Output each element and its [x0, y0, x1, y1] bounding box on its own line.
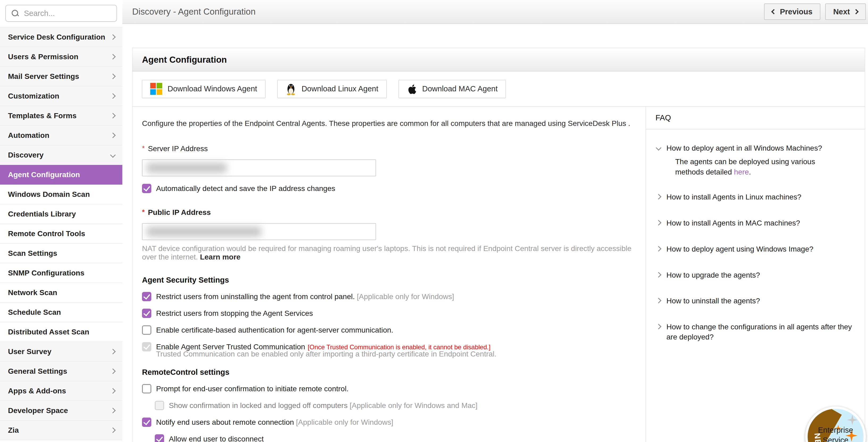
sidebar-item-zia[interactable]: Zia — [0, 420, 122, 440]
sidebar-item-users-permission[interactable]: Users & Permission — [0, 47, 122, 67]
server-ip-input[interactable] — [142, 159, 376, 176]
redacted-value — [147, 163, 226, 173]
chevron-right-icon — [656, 272, 661, 277]
download-windows-agent-button[interactable]: Download Windows Agent — [142, 80, 266, 98]
chevron-right-icon — [110, 349, 116, 354]
download-linux-agent-button[interactable]: Download Linux Agent — [277, 80, 387, 98]
chevron-right-icon — [854, 9, 859, 14]
checkbox-checked-icon — [155, 434, 164, 442]
search-placeholder: Search... — [24, 9, 55, 18]
sidebar-item-snmp-configurations[interactable]: SNMP Configurations — [0, 263, 122, 283]
sidebar-item-customization[interactable]: Customization — [0, 86, 122, 106]
sidebar-item-apps-add-ons[interactable]: Apps & Add-ons — [0, 381, 122, 401]
download-mac-agent-button[interactable]: Download MAC Agent — [399, 80, 506, 98]
linux-tux-icon — [286, 82, 296, 95]
server-ip-label: *Server IP Address — [142, 144, 635, 153]
sidebar-item-network-scan[interactable]: Network Scan — [0, 283, 122, 303]
faq-item-uninstall-agents[interactable]: How to uninstall the agents? — [657, 296, 855, 306]
show-confirmation-checkbox: Show confirmation in locked and logged o… — [155, 401, 635, 410]
chevron-right-icon — [110, 388, 116, 394]
sidebar-item-windows-domain-scan[interactable]: Windows Domain Scan — [0, 184, 122, 204]
sidebar-item-mail-server-settings[interactable]: Mail Server Settings — [0, 67, 122, 86]
chevron-right-icon — [110, 428, 116, 433]
sidebar-item-credentials-library[interactable]: Credentials Library — [0, 204, 122, 224]
chevron-right-icon — [110, 74, 116, 79]
sidebar-item-schedule-scan[interactable]: Schedule Scan — [0, 303, 122, 322]
sidebar-item-automation[interactable]: Automation — [0, 126, 122, 145]
checkbox-unchecked-icon — [142, 384, 151, 394]
faq-item-install-mac[interactable]: How to install Agents in MAC machines? — [657, 218, 855, 228]
nat-note: NAT device configuration would be requir… — [142, 244, 635, 261]
main-area: Discovery - Agent Configuration Previous… — [122, 0, 868, 442]
required-marker: * — [142, 208, 145, 216]
agent-settings-form: Configure the properties of the Endpoint… — [132, 106, 646, 442]
chevron-right-icon — [110, 368, 116, 374]
allow-disconnect-checkbox[interactable]: Allow end user to disconnect — [155, 434, 635, 442]
chevron-left-icon — [771, 9, 777, 14]
trusted-warning: [Once Trusted Communication is enabled, … — [308, 343, 490, 351]
faq-panel: FAQ How to deploy agent in all Windows M… — [646, 106, 865, 442]
trusted-note: Trusted Communication can be enabled onl… — [156, 350, 635, 358]
search-icon — [12, 10, 19, 17]
badge-text: Enterprise Service — [808, 425, 864, 442]
star-icon — [847, 415, 858, 425]
sidebar-item-templates-forms[interactable]: Templates & Forms — [0, 106, 122, 126]
sidebar-search-area: Search... — [0, 0, 122, 27]
faq-answer: The agents can be deployed using various… — [675, 157, 845, 177]
checkbox-unchecked-icon — [142, 326, 151, 335]
checkbox-disabled-unchecked-icon — [155, 401, 164, 410]
checkbox-checked-icon — [142, 417, 151, 427]
sidebar-item-agent-configuration[interactable]: Agent Configuration — [0, 165, 122, 184]
restrict-stop-services-checkbox[interactable]: Restrict users from stopping the Agent S… — [142, 309, 635, 318]
checkbox-checked-icon — [142, 292, 151, 301]
required-marker: * — [142, 144, 145, 152]
learn-more-link[interactable]: Learn more — [200, 253, 241, 261]
sidebar-menu: Service Desk Configuration Users & Permi… — [0, 27, 122, 440]
previous-button[interactable]: Previous — [764, 3, 821, 20]
restrict-uninstall-checkbox[interactable]: Restrict users from uninstalling the age… — [142, 292, 635, 301]
auto-detect-ip-checkbox[interactable]: Automatically detect and save the IP add… — [142, 184, 635, 193]
panel-title: Agent Configuration — [142, 55, 227, 65]
app-root: Search... Service Desk Configuration Use… — [0, 0, 868, 442]
chevron-right-icon — [110, 54, 116, 60]
chevron-right-icon — [656, 298, 661, 303]
sidebar-item-developer-space[interactable]: Developer Space — [0, 401, 122, 420]
remote-control-heading: RemoteControl settings — [142, 368, 635, 377]
sidebar-item-discovery[interactable]: Discovery — [0, 145, 122, 165]
panel-header: Agent Configuration — [132, 48, 865, 71]
sidebar-item-service-desk-configuration[interactable]: Service Desk Configuration — [0, 27, 122, 47]
faq-item-change-configurations[interactable]: How to change the configurations in all … — [657, 322, 855, 342]
here-link[interactable]: here — [734, 168, 749, 176]
panel-content: Configure the properties of the Endpoint… — [132, 106, 865, 442]
sidebar-item-general-settings[interactable]: General Settings — [0, 362, 122, 381]
sidebar-item-scan-settings[interactable]: Scan Settings — [0, 244, 122, 263]
next-button[interactable]: Next — [825, 3, 866, 20]
checkbox-checked-icon — [142, 184, 151, 193]
prompt-confirmation-checkbox[interactable]: Prompt for end-user confirmation to init… — [142, 384, 635, 394]
security-settings-heading: Agent Security Settings — [142, 276, 635, 284]
sidebar-item-user-survey[interactable]: User Survey — [0, 342, 122, 362]
agent-configuration-panel: Agent Configuration Download Windows Age… — [132, 48, 865, 442]
faq-item-upgrade-agents[interactable]: How to upgrade the agents? — [657, 270, 855, 280]
faq-list: How to deploy agent in all Windows Machi… — [646, 129, 865, 342]
public-ip-label: *Public IP Address — [142, 208, 635, 217]
apple-logo-icon — [407, 83, 417, 95]
certificate-auth-checkbox[interactable]: Enable certificate-based authentication … — [142, 326, 635, 335]
page-title: Discovery - Agent Configuration — [132, 7, 255, 17]
page-header: Discovery - Agent Configuration Previous… — [122, 0, 868, 24]
faq-item-deploy-windows[interactable]: How to deploy agent in all Windows Machi… — [657, 143, 855, 153]
chevron-right-icon — [656, 246, 661, 251]
search-input[interactable]: Search... — [5, 5, 117, 22]
windows-logo-icon — [150, 83, 162, 95]
sidebar-item-remote-control-tools[interactable]: Remote Control Tools — [0, 224, 122, 244]
download-buttons-row: Download Windows Agent Download Linux Ag… — [132, 71, 865, 106]
checkbox-disabled-checked-icon — [142, 342, 151, 351]
chevron-down-icon — [656, 145, 661, 150]
faq-item-install-linux[interactable]: How to install Agents in Linux machines? — [657, 192, 855, 202]
sidebar-item-distributed-asset-scan[interactable]: Distributed Asset Scan — [0, 322, 122, 342]
chevron-right-icon — [656, 220, 661, 226]
notify-end-users-checkbox[interactable]: Notify end users about remote connection… — [142, 417, 635, 427]
faq-item-windows-image[interactable]: How to deploy agent using Windows Image? — [657, 244, 855, 254]
public-ip-input[interactable] — [142, 223, 376, 240]
chevron-right-icon — [110, 133, 116, 138]
